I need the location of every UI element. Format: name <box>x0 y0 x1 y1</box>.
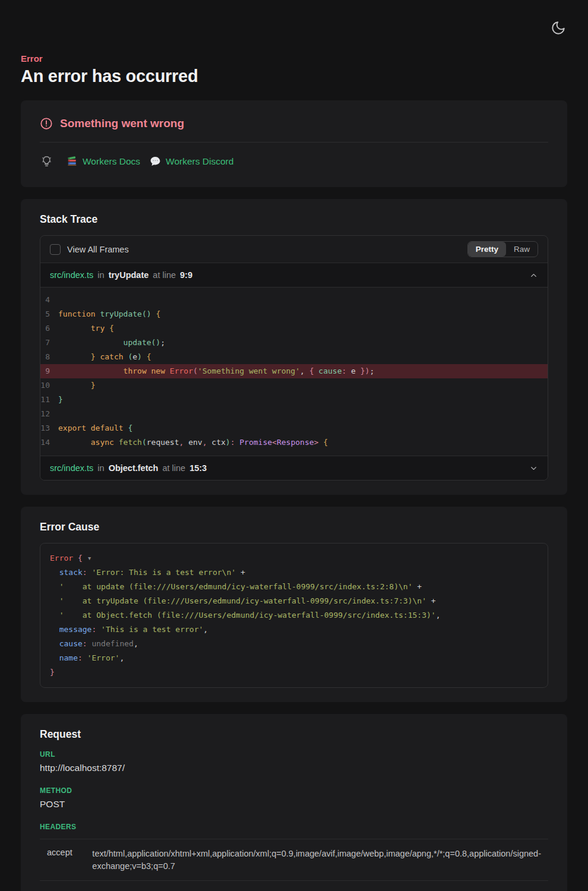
theme-toggle-button[interactable] <box>549 19 567 37</box>
frame-function: tryUpdate <box>109 270 149 280</box>
page: Error An error has occurred Something we… <box>0 0 588 891</box>
code-line: 14 async fetch(request, env, ctx): Promi… <box>40 435 548 450</box>
stack-trace-box: View All Frames Pretty Raw src/index.ts … <box>40 235 548 481</box>
moon-icon <box>551 29 566 37</box>
request-title: Request <box>40 728 548 741</box>
chevron-up-icon[interactable] <box>529 271 538 280</box>
error-cause-line: ' at tryUpdate (file:///Users/edmund/icy… <box>50 594 538 608</box>
header-name: accept-encoding <box>40 881 92 891</box>
stack-frame-header[interactable]: src/index.ts in Object.fetch at line 15:… <box>40 456 548 480</box>
header-name: accept <box>40 839 92 881</box>
stack-trace-title: Stack Trace <box>40 213 548 226</box>
workers-discord-label: Workers Discord <box>166 156 233 167</box>
error-cause-title: Error Cause <box>40 521 548 533</box>
code-line: 5function tryUpdate() { <box>40 307 548 321</box>
line-number: 12 <box>40 407 58 421</box>
code-text: throw new Error('Something went wrong', … <box>58 364 374 378</box>
code-text: export default { <box>58 421 132 435</box>
code-text: async fetch(request, env, ctx): Promise<… <box>58 435 328 450</box>
workers-docs-label: Workers Docs <box>83 156 140 167</box>
frame-at-word: at line <box>153 270 176 280</box>
frame-function: Object.fetch <box>109 463 159 473</box>
view-all-frames-control[interactable]: View All Frames <box>50 244 129 255</box>
error-cause-line: cause: undefined, <box>50 637 538 651</box>
books-icon <box>67 156 78 167</box>
code-line: 4 <box>40 293 548 307</box>
chevron-down-icon[interactable] <box>529 464 538 473</box>
code-line: 6 try { <box>40 321 548 336</box>
top-bar <box>21 0 567 37</box>
line-number: 10 <box>40 378 58 393</box>
raw-button[interactable]: Raw <box>506 242 538 257</box>
error-cause-line: ' at Object.fetch (file:///Users/edmund/… <box>50 608 538 623</box>
error-cause-line: stack: 'Error: This is a test error\n' + <box>50 565 538 580</box>
frame-line: 9:9 <box>180 270 192 280</box>
headers-table-body: accepttext/html,application/xhtml+xml,ap… <box>40 839 548 891</box>
alert-links-row: Workers Docs Workers Discord <box>40 143 548 173</box>
header-row: accepttext/html,application/xhtml+xml,ap… <box>40 839 548 881</box>
view-all-frames-checkbox[interactable] <box>50 244 61 255</box>
lightbulb-icon <box>40 154 53 168</box>
code-text: function tryUpdate() { <box>58 307 160 321</box>
speech-balloon-icon <box>150 156 161 167</box>
error-cause-line: message: 'This is a test error', <box>50 623 538 637</box>
circle-exclamation-icon <box>40 117 53 130</box>
code-line: 9 throw new Error('Something went wrong'… <box>40 364 548 378</box>
alert-header: Something went wrong <box>40 115 548 142</box>
frame-line: 15:3 <box>189 463 207 473</box>
header-value: text/html,application/xhtml+xml,applicat… <box>92 839 548 881</box>
line-number: 14 <box>40 435 58 450</box>
line-number: 5 <box>40 307 58 321</box>
error-cause-line: Error { ▾ <box>50 551 538 565</box>
code-text: update(); <box>58 336 165 350</box>
frame-file: src/index.ts <box>50 270 93 280</box>
method-value: POST <box>40 799 548 810</box>
frame-in-word: in <box>97 270 104 280</box>
workers-discord-link[interactable]: Workers Discord <box>150 156 233 167</box>
error-cause-line: name: 'Error', <box>50 651 538 665</box>
header-row: accept-encodingbr, gzip <box>40 881 548 891</box>
line-number: 7 <box>40 336 58 350</box>
code-line: 8 } catch (e) { <box>40 350 548 364</box>
code-text: } <box>58 378 96 393</box>
headers-table: accepttext/html,application/xhtml+xml,ap… <box>40 839 548 891</box>
line-number: 4 <box>40 293 58 307</box>
frame-file: src/index.ts <box>50 463 93 473</box>
error-cause-line: ' at update (file:///Users/edmund/icy-wa… <box>50 580 538 594</box>
error-cause-line: } <box>50 665 538 680</box>
line-number: 11 <box>40 393 58 407</box>
code-line: 7 update(); <box>40 336 548 350</box>
url-label: URL <box>40 750 548 759</box>
workers-docs-link[interactable]: Workers Docs <box>67 156 140 167</box>
line-number: 9 <box>40 364 58 378</box>
frame-in-word: in <box>97 463 104 473</box>
code-lines: 45function tryUpdate() {6 try {7 update(… <box>40 287 548 456</box>
method-label: METHOD <box>40 786 548 795</box>
code-line: 13export default { <box>40 421 548 435</box>
request-card: Request URL http://localhost:8787/ METHO… <box>21 714 567 891</box>
error-eyebrow: Error <box>21 53 567 64</box>
line-number: 8 <box>40 350 58 364</box>
line-number: 13 <box>40 421 58 435</box>
header-value: br, gzip <box>92 881 548 891</box>
code-text: } catch (e) { <box>58 350 151 364</box>
url-value: http://localhost:8787/ <box>40 763 548 773</box>
alert-title: Something went wrong <box>60 117 184 130</box>
view-mode-toggle: Pretty Raw <box>467 241 538 257</box>
code-text: } <box>58 393 63 407</box>
error-cause-box: Error { ▾ stack: 'Error: This is a test … <box>40 543 548 688</box>
pretty-button[interactable]: Pretty <box>468 242 506 257</box>
code-line: 12 <box>40 407 548 421</box>
view-all-frames-label: View All Frames <box>67 245 129 254</box>
stack-frame-header[interactable]: src/index.ts in tryUpdate at line 9:9 <box>40 263 548 287</box>
stack-trace-toolbar: View All Frames Pretty Raw <box>40 236 548 263</box>
headers-label: HEADERS <box>40 823 548 831</box>
page-title: An error has occurred <box>21 67 567 86</box>
frame-at-word: at line <box>162 463 185 473</box>
code-line: 10 } <box>40 378 548 393</box>
code-text: try { <box>58 321 114 336</box>
alert-card: Something went wrong Workers Docs <box>21 100 567 187</box>
line-number: 6 <box>40 321 58 336</box>
error-cause-card: Error Cause Error { ▾ stack: 'Error: Thi… <box>21 507 567 702</box>
code-line: 11} <box>40 393 548 407</box>
